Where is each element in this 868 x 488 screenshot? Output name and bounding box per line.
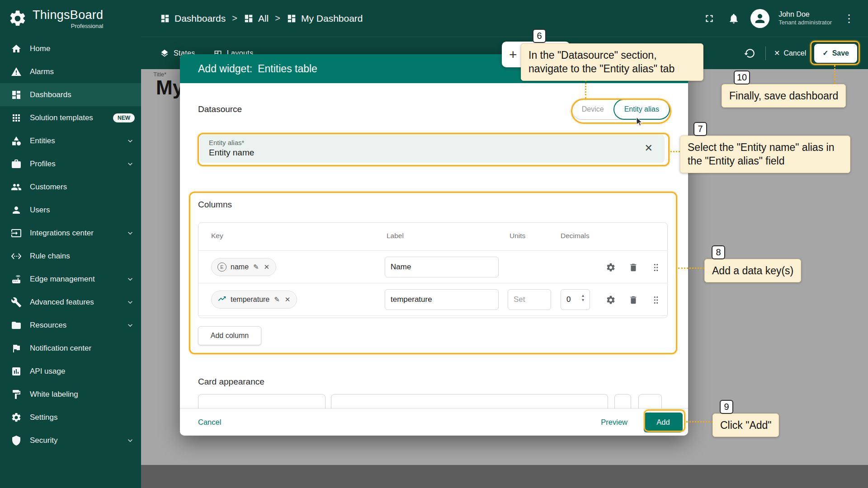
sidebar-item-alarms[interactable]: Alarms <box>0 60 141 83</box>
toggle-device[interactable]: Device <box>572 99 614 119</box>
dashboards-icon <box>287 14 297 23</box>
datasource-type-toggle: Device Entity alias <box>571 99 670 120</box>
breadcrumb-item-dashboards[interactable]: Dashboards <box>160 13 226 24</box>
callout-step6: In the "Datasource" section, navigate to… <box>521 43 703 81</box>
sidebar-item-label: Advanced features <box>30 298 94 307</box>
sidebar-item-home[interactable]: Home <box>0 37 141 60</box>
sidebar-item-customers[interactable]: Customers <box>0 175 141 198</box>
sidebar-item-label: Security <box>30 436 57 445</box>
more-menu-button[interactable]: ⋮ <box>841 12 857 25</box>
step-number-badge: 6 <box>533 29 546 43</box>
chevron-down-icon <box>126 275 135 284</box>
warning-icon <box>11 66 23 77</box>
card-appearance-fields <box>198 394 668 409</box>
sidebar-item-edge-management[interactable]: Edge management <box>0 267 141 291</box>
sidebar-item-integrations-center[interactable]: Integrations center <box>0 221 141 244</box>
fullscreen-button[interactable] <box>702 11 717 26</box>
stepper-down-icon[interactable]: ▾ <box>582 298 584 302</box>
sidebar-item-entities[interactable]: Entities <box>0 129 141 152</box>
column-decimals-input[interactable] <box>561 289 590 310</box>
sidebar-item-label: API usage <box>30 367 65 376</box>
sidebar-item-security[interactable]: Security <box>0 429 141 452</box>
dashboards-icon <box>244 14 254 23</box>
history-button[interactable] <box>742 46 757 61</box>
shield-icon <box>11 435 23 446</box>
chevron-down-icon <box>126 136 135 145</box>
header-actions: John Doe Tenant administrator ⋮ <box>702 9 857 28</box>
sidebar-item-label: Integrations center <box>30 229 94 238</box>
sidebar-item-label: Dashboards <box>30 90 71 99</box>
screen: ThingsBoard Professional Home Alarms Das… <box>0 0 868 488</box>
sidebar-nav: Home Alarms Dashboards Solution template… <box>0 37 141 452</box>
sidebar-item-rule-chains[interactable]: Rule chains <box>0 244 141 267</box>
entity-alias-field[interactable]: Entity alias* Entity name ✕ <box>200 135 665 163</box>
save-label: Save <box>832 49 849 57</box>
remove-key-button[interactable]: ✕ <box>264 263 270 271</box>
columns-table-header: Key Label Units Decimals <box>198 223 667 251</box>
close-icon: ✕ <box>774 49 780 57</box>
column-units-input[interactable] <box>508 289 551 310</box>
trash-icon <box>628 263 638 272</box>
sidebar-item-label: Alarms <box>30 67 54 76</box>
save-button[interactable]: ✓ Save <box>814 44 857 63</box>
columns-table: Key Label Units Decimals E name ✎ ✕ <box>198 222 668 318</box>
kebab-icon: ⋮ <box>844 12 854 24</box>
sidebar-item-profiles[interactable]: Profiles <box>0 152 141 175</box>
sidebar-item-settings[interactable]: Settings <box>0 406 141 429</box>
sidebar-item-notification-center[interactable]: Notification center <box>0 337 141 360</box>
sidebar-item-advanced-features[interactable]: Advanced features <box>0 291 141 314</box>
preview-button[interactable]: Preview <box>601 418 627 427</box>
sidebar-item-users[interactable]: Users <box>0 198 141 221</box>
column-label-input[interactable] <box>385 289 499 310</box>
breadcrumb-item-all[interactable]: All <box>244 13 269 24</box>
notifications-button[interactable] <box>726 11 741 26</box>
edit-key-button[interactable]: ✎ <box>253 263 259 271</box>
column-header-units: Units <box>509 232 525 240</box>
history-icon <box>744 47 755 59</box>
drag-handle[interactable] <box>648 292 664 308</box>
sidebar-item-label: Customers <box>30 183 67 192</box>
breadcrumb-item-my-dashboard[interactable]: My Dashboard <box>287 13 363 24</box>
sidebar-item-dashboards[interactable]: Dashboards <box>0 83 141 106</box>
sidebar-item-solution-templates[interactable]: Solution templates NEW <box>0 106 141 129</box>
breadcrumb-label: All <box>258 13 269 24</box>
data-key-chip-temperature[interactable]: temperature ✎ ✕ <box>211 291 297 309</box>
dialog-add-button[interactable]: Add <box>644 413 683 432</box>
card-appearance-field[interactable] <box>198 394 326 409</box>
sidebar-item-label: Home <box>30 44 50 53</box>
column-settings-button[interactable] <box>603 259 619 276</box>
sidebar-item-white-labeling[interactable]: White labeling <box>0 383 141 406</box>
sidebar-item-resources[interactable]: Resources <box>0 314 141 337</box>
data-key-chip-name[interactable]: E name ✎ ✕ <box>211 258 276 276</box>
close-icon: ✕ <box>645 142 653 154</box>
add-column-button[interactable]: Add column <box>198 326 261 345</box>
toggle-entity-alias[interactable]: Entity alias <box>613 99 670 120</box>
drag-handle[interactable] <box>648 259 664 276</box>
column-settings-button[interactable] <box>603 292 619 308</box>
user-role: Tenant administrator <box>778 19 832 26</box>
decimals-stepper[interactable]: ▴ ▾ <box>582 293 584 302</box>
clear-alias-button[interactable]: ✕ <box>645 142 653 154</box>
column-label-input[interactable] <box>385 257 499 277</box>
apps-icon <box>11 113 23 123</box>
delete-column-button[interactable] <box>625 259 642 276</box>
avatar[interactable] <box>750 9 769 28</box>
cancel-button[interactable]: ✕ Cancel <box>774 49 806 57</box>
brand-logo[interactable]: ThingsBoard Professional <box>0 0 141 37</box>
step-number-badge: 8 <box>712 245 725 259</box>
delete-column-button[interactable] <box>625 292 642 308</box>
edit-key-button[interactable]: ✎ <box>274 296 280 304</box>
card-appearance-field[interactable] <box>638 394 662 409</box>
sidebar: ThingsBoard Professional Home Alarms Das… <box>0 0 141 488</box>
data-key-label: temperature <box>231 296 269 304</box>
card-appearance-field[interactable] <box>614 394 631 409</box>
callout-step7: Select the "Entity name" alias in the "E… <box>680 136 850 173</box>
sidebar-item-api-usage[interactable]: API usage <box>0 360 141 383</box>
card-appearance-field[interactable] <box>331 394 608 409</box>
close-icon: ✕ <box>264 263 270 271</box>
dialog-cancel-button[interactable]: Cancel <box>198 418 221 427</box>
layers-icon <box>160 49 169 58</box>
pencil-icon: ✎ <box>274 296 280 303</box>
drag-dots-icon <box>651 295 661 305</box>
remove-key-button[interactable]: ✕ <box>284 296 291 304</box>
